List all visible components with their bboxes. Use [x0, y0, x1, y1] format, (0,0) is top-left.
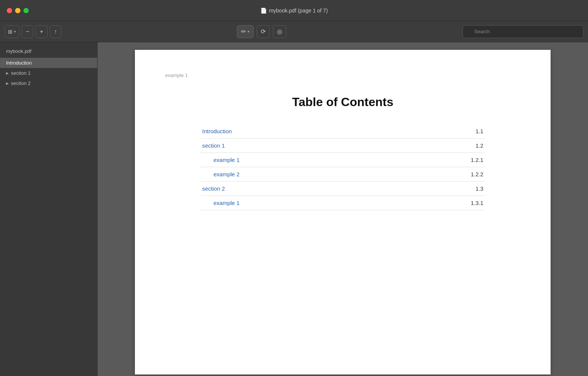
zoom-out-button[interactable]: −: [22, 25, 33, 38]
main-layout: mybook.pdf Introduction ▶ section 1 ▶ se…: [0, 42, 588, 376]
toc-link[interactable]: section 2: [202, 185, 225, 192]
share-button[interactable]: ↑: [50, 25, 61, 38]
sidebar-toggle-button[interactable]: ⊞ ▾: [5, 25, 19, 38]
sidebar-chevron-icon: ▾: [14, 29, 16, 34]
sidebar-item-section2[interactable]: ▶ section 2: [0, 78, 97, 88]
rotate-button[interactable]: ⟳: [257, 25, 270, 38]
window-title: 📄 mybook.pdf (page 1 of 7): [260, 8, 328, 14]
highlight-chevron-icon: ▾: [248, 29, 249, 34]
search-wrapper: 🔍: [463, 25, 583, 38]
toc-link[interactable]: example 2: [202, 171, 240, 177]
sidebar: mybook.pdf Introduction ▶ section 1 ▶ se…: [0, 42, 97, 376]
highlight-icon: ✏: [241, 28, 246, 35]
toolbar-left: ⊞ ▾ − + ↑: [5, 25, 61, 38]
rotate-icon: ⟳: [261, 28, 266, 35]
toc-table: Introduction 1.1 section 1 1.2: [201, 124, 485, 210]
zoom-out-icon: −: [26, 28, 29, 35]
share-icon: ↑: [54, 28, 57, 35]
sidebar-item-introduction[interactable]: Introduction: [0, 58, 97, 68]
sidebar-item-label: Introduction: [6, 60, 32, 66]
content-area: example 1 Table of Contents Introduction…: [97, 42, 588, 376]
pdf-page: example 1 Table of Contents Introduction…: [135, 50, 551, 374]
title-label: mybook.pdf (page 1 of 7): [269, 8, 328, 14]
titlebar: 📄 mybook.pdf (page 1 of 7): [0, 0, 588, 21]
minimize-button[interactable]: [15, 8, 20, 13]
table-row: section 1 1.2: [201, 139, 485, 153]
sidebar-item-label: section 2: [11, 80, 31, 86]
triangle-icon: ▶: [6, 82, 9, 85]
sidebar-icon: ⊞: [8, 29, 12, 35]
page-label: example 1: [165, 72, 188, 78]
zoom-in-button[interactable]: +: [36, 25, 47, 38]
document-icon: 📄: [260, 8, 267, 14]
toc-number: 1.3.1: [406, 196, 485, 210]
zoom-in-icon: +: [40, 28, 43, 35]
table-row: example 1 1.2.1: [201, 153, 485, 167]
table-row: section 2 1.3: [201, 182, 485, 196]
toc-number: 1.2: [406, 139, 485, 153]
table-row: example 1 1.3.1: [201, 196, 485, 210]
toc-title: Table of Contents: [165, 95, 520, 109]
toc-link[interactable]: Introduction: [202, 128, 232, 134]
circle-annotate-button[interactable]: ◎: [273, 25, 286, 38]
maximize-button[interactable]: [23, 8, 29, 13]
toolbar: ⊞ ▾ − + ↑ ✏ ▾ ⟳ ◎ 🔍: [0, 21, 588, 42]
close-button[interactable]: [7, 8, 12, 13]
triangle-icon: ▶: [6, 71, 9, 75]
table-row: Introduction 1.1: [201, 124, 485, 139]
circle-icon: ◎: [277, 28, 282, 35]
search-input[interactable]: [463, 25, 583, 38]
toc-number: 1.1: [406, 124, 485, 139]
toolbar-right: 🔍: [463, 25, 583, 38]
toc-number: 1.3: [406, 182, 485, 196]
toolbar-center: ✏ ▾ ⟳ ◎: [64, 25, 460, 38]
toc-number: 1.2.2: [406, 167, 485, 182]
sidebar-item-section1[interactable]: ▶ section 1: [0, 68, 97, 78]
toc-number: 1.2.1: [406, 153, 485, 167]
toc-link[interactable]: example 1: [202, 200, 240, 206]
toc-link[interactable]: example 1: [202, 157, 240, 163]
highlight-button[interactable]: ✏ ▾: [237, 25, 254, 38]
sidebar-item-label: section 1: [11, 70, 31, 76]
table-row: example 2 1.2.2: [201, 167, 485, 182]
sidebar-filename: mybook.pdf: [0, 47, 97, 58]
toc-link[interactable]: section 1: [202, 142, 225, 149]
window-controls: [7, 8, 29, 13]
